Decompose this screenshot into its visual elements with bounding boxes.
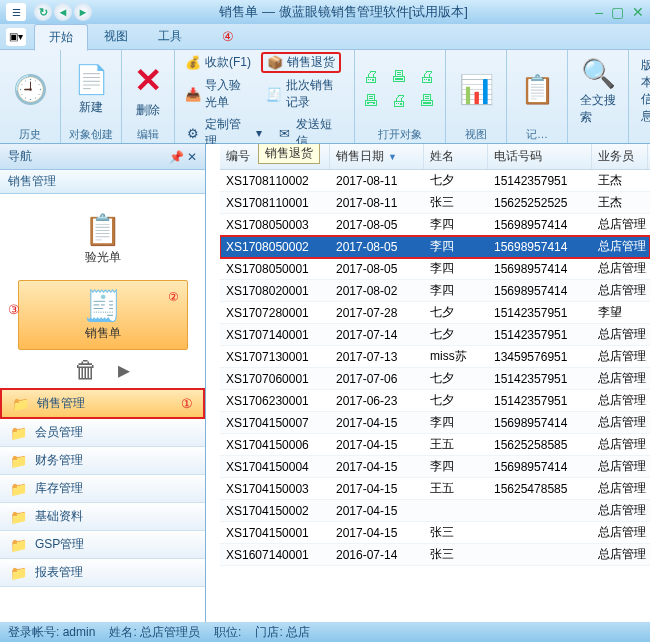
table-row[interactable]: XS17072800012017-07-28七夕15142357951李望	[220, 302, 650, 324]
sidebar-item-2[interactable]: 📁财务管理	[0, 447, 205, 475]
table-row[interactable]: XS17041500072017-04-15李四15698957414总店管理员	[220, 412, 650, 434]
table-row[interactable]: XS17080500022017-08-05李四15698957414总店管理员	[220, 236, 650, 258]
table-row[interactable]: XS17062300012017-06-23七夕15142357951总店管理员	[220, 390, 650, 412]
table-row[interactable]: XS17081100022017-08-11七夕15142357951王杰	[220, 170, 650, 192]
icon-6[interactable]: 🖶	[417, 91, 437, 111]
table-cell: 总店管理员	[592, 214, 648, 235]
fullsearch-button[interactable]: 🔍全文搜索	[574, 52, 622, 130]
table-cell: 2016-07-14	[330, 546, 424, 564]
forward-icon[interactable]: ►	[74, 3, 92, 21]
column-header-0[interactable]: 编号销售退货	[220, 144, 330, 169]
table-cell	[488, 509, 592, 513]
table-cell: 总店管理员	[592, 456, 648, 477]
sidebar-item-0[interactable]: 📁销售管理①	[0, 388, 205, 419]
collect-button[interactable]: 💰收款(F1)	[181, 52, 255, 73]
back-icon[interactable]: ◄	[54, 3, 72, 21]
open-obj-icon[interactable]: 🖨	[361, 67, 381, 87]
table-cell: 15698957414	[488, 282, 592, 300]
history-button[interactable]: 🕘	[6, 68, 54, 110]
tab-view[interactable]: 视图	[90, 24, 142, 50]
table-row[interactable]: XS17080200012017-08-02李四15698957414总店管理员	[220, 280, 650, 302]
sidebar-item-4[interactable]: 📁基础资料	[0, 503, 205, 531]
sort-desc-icon: ▼	[388, 152, 397, 162]
maximize-icon[interactable]: ▢	[611, 4, 624, 20]
table-cell: 李四	[424, 214, 488, 235]
table-cell: 15142357951	[488, 304, 592, 322]
import-check-button[interactable]: 📥导入验光单	[181, 76, 256, 112]
new-button[interactable]: 📄新建	[67, 59, 115, 120]
table-cell: 李四	[424, 236, 488, 257]
qat-button[interactable]: ▣▾	[6, 28, 26, 46]
sidebar-item-1[interactable]: 📁会员管理	[0, 419, 205, 447]
table-cell: XS1708050003	[220, 216, 330, 234]
app-menu-button[interactable]: ☰	[6, 3, 26, 21]
table-cell: XS1704150002	[220, 502, 330, 520]
annotation-2: ②	[168, 290, 179, 304]
table-cell: 总店管理员	[592, 412, 648, 433]
batch-record-button[interactable]: 🧾批次销售记录	[262, 76, 348, 112]
table-cell: XS1706230001	[220, 392, 330, 410]
table-row[interactable]: XS17041500022017-04-15总店管理员	[220, 500, 650, 522]
table-cell: XS1704150006	[220, 436, 330, 454]
version-button[interactable]: 版本信息	[635, 53, 650, 129]
table-cell: 2017-08-02	[330, 282, 424, 300]
table-row[interactable]: XS17071400012017-07-14七夕15142357951总店管理员	[220, 324, 650, 346]
table-cell: XS1708050001	[220, 260, 330, 278]
minimize-icon[interactable]: –	[595, 4, 603, 20]
table-row[interactable]: XS17080500032017-08-05李四15698957414总店管理员	[220, 214, 650, 236]
tile-optometry[interactable]: 📋验光单	[18, 204, 188, 274]
table-row[interactable]: XS17041500012017-04-15张三总店管理员	[220, 522, 650, 544]
table-cell: 王五	[424, 478, 488, 499]
table-row[interactable]: XS17041500032017-04-15王五15625478585总店管理员	[220, 478, 650, 500]
sidebar: 导航📌 ✕ 销售管理 📋验光单 ③ 🧾销售单② 🗑 ▸ 📁销售管理①📁会员管理📁…	[0, 144, 206, 622]
table-cell: 李四	[424, 280, 488, 301]
column-header-1[interactable]: 销售日期▼	[330, 144, 424, 169]
annotation-3: ③	[8, 302, 20, 317]
table-cell: 2017-08-05	[330, 238, 424, 256]
tab-start[interactable]: 开始	[34, 24, 88, 51]
tile-sales-order[interactable]: 🧾销售单②	[18, 280, 188, 350]
sidebar-item-5[interactable]: 📁GSP管理	[0, 531, 205, 559]
column-header-4[interactable]: 业务员	[592, 144, 648, 169]
table-row[interactable]: XS17041500042017-04-15李四15698957414总店管理员	[220, 456, 650, 478]
table-cell: 2017-06-23	[330, 392, 424, 410]
table-row[interactable]: XS17080500012017-08-05李四15698957414总店管理员	[220, 258, 650, 280]
table-cell: 15698957414	[488, 216, 592, 234]
table-cell: 2017-08-05	[330, 216, 424, 234]
icon-4[interactable]: 🖷	[361, 91, 381, 111]
table-cell: 七夕	[424, 302, 488, 323]
table-cell: 15142357951	[488, 370, 592, 388]
column-header-2[interactable]: 姓名	[424, 144, 488, 169]
table-cell: 总店管理员	[592, 324, 648, 345]
sales-return-button[interactable]: 📦销售退货	[261, 52, 341, 73]
table-cell	[488, 553, 592, 557]
folder-icon: 📁	[12, 396, 29, 412]
table-row[interactable]: XS17071300012017-07-13miss苏13459576951总店…	[220, 346, 650, 368]
table-row[interactable]: XS16071400012016-07-14张三总店管理员	[220, 544, 650, 566]
icon-5[interactable]: 🖨	[389, 91, 409, 111]
pin-icon[interactable]: 📌 ✕	[169, 150, 197, 164]
view-btn[interactable]: 📊	[452, 68, 500, 110]
sidebar-item-3[interactable]: 📁库存管理	[0, 475, 205, 503]
table-row[interactable]: XS17070600012017-07-06七夕15142357951总店管理员	[220, 368, 650, 390]
table-row[interactable]: XS17041500062017-04-15王五15625258585总店管理员	[220, 434, 650, 456]
folder-icon: 📁	[10, 537, 27, 553]
table-cell: XS1707060001	[220, 370, 330, 388]
table-cell: XS1708050002	[220, 238, 330, 256]
icon-2[interactable]: 🖶	[389, 67, 409, 87]
close-icon[interactable]: ✕	[632, 4, 644, 20]
log-btn[interactable]: 📋	[513, 68, 561, 110]
refresh-icon[interactable]: ↻	[34, 3, 52, 21]
column-header-3[interactable]: 电话号码	[488, 144, 592, 169]
table-cell: 王杰	[592, 170, 648, 191]
table-cell: XS1707280001	[220, 304, 330, 322]
icon-3[interactable]: 🖨	[417, 67, 437, 87]
delete-button[interactable]: ✕删除	[128, 56, 168, 123]
table-row[interactable]: XS17081100012017-08-11张三15625252525王杰	[220, 192, 650, 214]
tab-tool[interactable]: 工具	[144, 24, 196, 50]
sidebar-item-6[interactable]: 📁报表管理	[0, 559, 205, 587]
table-cell: 总店管理员	[592, 390, 648, 411]
table-cell: 张三	[424, 544, 488, 565]
folder-icon: 📁	[10, 425, 27, 441]
table-cell: 2017-08-11	[330, 194, 424, 212]
